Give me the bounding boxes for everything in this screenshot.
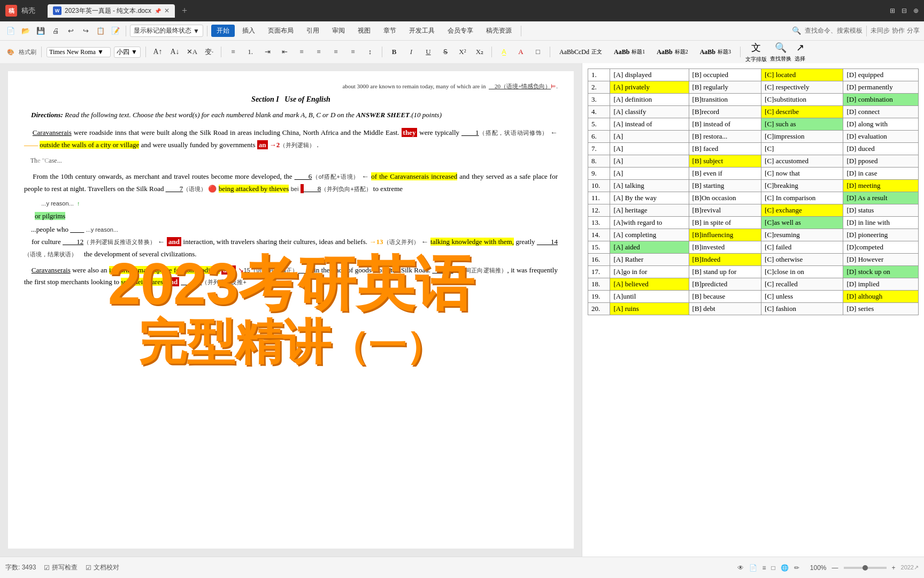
pin-icon[interactable]: 📌	[155, 8, 161, 14]
option-b[interactable]: [B]predicted	[689, 278, 761, 291]
tab-reference[interactable]: 引用	[301, 25, 325, 37]
option-d[interactable]: [D]competed	[843, 241, 919, 254]
list-bullet-button[interactable]: ≡	[226, 45, 240, 59]
option-a[interactable]: [A] instead of	[610, 118, 689, 131]
option-d[interactable]: [D] along with	[843, 118, 919, 131]
option-c[interactable]: [C] unless	[761, 291, 843, 303]
search-icon[interactable]: 🔍	[790, 25, 803, 37]
add-tab-button[interactable]: +	[182, 5, 187, 17]
option-a[interactable]: [A] privately	[610, 81, 689, 94]
option-a[interactable]: [A] heritage	[610, 204, 689, 217]
style-heading1[interactable]: AaBb 标题1	[610, 47, 649, 57]
option-b[interactable]: [B]influencing	[689, 229, 761, 241]
option-d[interactable]: [D] As a result	[843, 192, 919, 204]
view-icon3[interactable]: ≡	[763, 564, 766, 572]
spell-check-item[interactable]: ☑ 拼写检查	[44, 563, 78, 572]
tab-resources[interactable]: 稿壳资源	[481, 25, 517, 37]
row-number[interactable]: 5.	[588, 118, 610, 131]
special-format-button[interactable]: 变·	[202, 45, 216, 59]
option-c[interactable]: [C] describe	[761, 106, 843, 118]
option-a[interactable]: [A]	[610, 143, 689, 155]
option-d[interactable]: [D] duced	[843, 143, 919, 155]
row-number[interactable]: 1.	[588, 69, 610, 81]
option-d[interactable]: [D] implied	[843, 278, 919, 291]
option-a[interactable]: [A] displayed	[610, 69, 689, 81]
style-heading2[interactable]: AaBb 标题2	[652, 47, 692, 57]
option-a[interactable]: [A]	[610, 168, 689, 180]
option-c[interactable]: [C] accustomed	[761, 155, 843, 168]
option-c[interactable]: [C] failed	[761, 241, 843, 254]
option-b[interactable]: [B]record	[689, 106, 761, 118]
row-number[interactable]: 13.	[588, 217, 610, 229]
option-a[interactable]: [A] classify	[610, 106, 689, 118]
copy-icon[interactable]: 📋	[94, 25, 107, 37]
option-c[interactable]: [C] such as	[761, 118, 843, 131]
tab-start[interactable]: 开始	[211, 25, 235, 37]
row-number[interactable]: 10.	[588, 180, 610, 192]
bold-button[interactable]: B	[387, 45, 401, 59]
share-btn[interactable]: 分享	[907, 26, 920, 35]
align-left-button[interactable]: ≡	[295, 45, 309, 59]
option-a[interactable]: [A]until	[610, 291, 689, 303]
option-b[interactable]: [B]transition	[689, 94, 761, 106]
tab-page-layout[interactable]: 页面布局	[263, 25, 299, 37]
row-number[interactable]: 14.	[588, 229, 610, 241]
view-icon5[interactable]: 🌐	[781, 564, 789, 572]
option-b[interactable]: [B] in spite of	[689, 217, 761, 229]
search-label[interactable]: 查找命令、搜索模板	[805, 26, 863, 35]
option-b[interactable]: [B] subject	[689, 155, 761, 168]
font-size-selector[interactable]: 小四 ▼	[114, 47, 141, 58]
view-icon4[interactable]: □	[772, 564, 775, 572]
row-number[interactable]: 8.	[588, 155, 610, 168]
option-b[interactable]: [B]revival	[689, 204, 761, 217]
shrink-font-button[interactable]: A↓	[168, 45, 182, 59]
option-b[interactable]: [B] occupied	[689, 69, 761, 81]
grow-font-button[interactable]: A↑	[151, 45, 165, 59]
font-color-button[interactable]: A	[514, 45, 528, 59]
row-number[interactable]: 16.	[588, 254, 610, 266]
undo-icon[interactable]: ↩	[64, 25, 77, 37]
view-icon1[interactable]: 👁	[737, 564, 744, 572]
option-b[interactable]: [B] starting	[689, 180, 761, 192]
row-number[interactable]: 12.	[588, 204, 610, 217]
window-grid-icon[interactable]: ⊟	[902, 7, 907, 15]
option-d[interactable]: [D] stock up on	[843, 266, 919, 278]
outdent-button[interactable]: ⇤	[278, 45, 291, 59]
option-b[interactable]: [B] faced	[689, 143, 761, 155]
row-number[interactable]: 9.	[588, 168, 610, 180]
format-painter-icon[interactable]: 🎨	[4, 45, 17, 58]
row-number[interactable]: 19.	[588, 291, 610, 303]
tab-view[interactable]: 视图	[352, 25, 376, 37]
option-a[interactable]: [A] believed	[610, 278, 689, 291]
collab-btn[interactable]: 协作	[892, 26, 905, 35]
option-c[interactable]: [C] now that	[761, 168, 843, 180]
redo-icon[interactable]: ↪	[79, 25, 92, 37]
option-c[interactable]: [C] otherwise	[761, 254, 843, 266]
option-d[interactable]: [D] evaluation	[843, 131, 919, 143]
option-c[interactable]: [C] fashion	[761, 303, 843, 315]
edit-icon[interactable]: 📝	[109, 25, 122, 37]
option-a[interactable]: [A]	[610, 131, 689, 143]
style-heading3[interactable]: AaBb 标题3	[696, 47, 735, 57]
option-c[interactable]: [C] recalled	[761, 278, 843, 291]
track-changes-dropdown[interactable]: 显示标记的最终状态 ▼	[130, 25, 203, 37]
list-number-button[interactable]: 1.	[243, 45, 257, 59]
zoom-increase-button[interactable]: +	[892, 564, 896, 572]
option-c[interactable]: [C] respectively	[761, 81, 843, 94]
option-c[interactable]: [C]close in on	[761, 266, 843, 278]
option-c[interactable]: [C]substitution	[761, 94, 843, 106]
doc-check-item[interactable]: ☑ 文档校对	[86, 563, 119, 572]
option-a[interactable]: [A] ruins	[610, 303, 689, 315]
clear-format-button[interactable]: ✕A	[185, 45, 199, 59]
subscript-button[interactable]: X₂	[473, 45, 487, 59]
superscript-button[interactable]: X²	[456, 45, 469, 59]
option-d[interactable]: [D] series	[843, 303, 919, 315]
option-c[interactable]: [C] located	[761, 69, 843, 81]
option-d[interactable]: [D] pposed	[843, 155, 919, 168]
tab-dev-tools[interactable]: 开发工具	[404, 25, 440, 37]
new-doc-icon[interactable]: 📄	[4, 25, 17, 37]
row-number[interactable]: 20.	[588, 303, 610, 315]
window-app-icon[interactable]: ⊕	[913, 7, 919, 15]
indent-button[interactable]: ⇥	[260, 45, 274, 59]
option-d[interactable]: [D] in case	[843, 168, 919, 180]
